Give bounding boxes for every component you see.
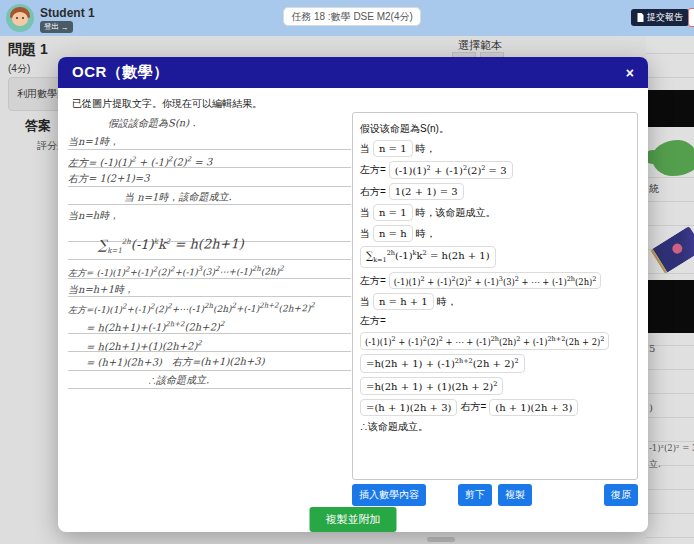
ocr-line: =(h + 1)(2h + 3) 右方= (h + 1)(2h + 3): [360, 399, 630, 416]
avatar-eye: [16, 17, 18, 19]
ocr-text: 当: [360, 142, 370, 156]
task-title-pill: 任務 18 :數學 DSE M2(4分): [283, 7, 421, 26]
modal-subtitle: 已從圖片提取文字。你現在可以編輯結果。: [58, 88, 648, 111]
logout-button[interactable]: 登出 →: [40, 21, 73, 33]
handwriting-line: 左方=(-1)(1)2+(-1)2(2)2+⋯(-1)2h(2h)2+(-1)2…: [68, 296, 351, 316]
ocr-line: 当 n = 1 時，该命題成立。: [360, 204, 630, 221]
insert-math-button[interactable]: 插入數學內容: [352, 484, 426, 506]
handwriting-line: 当n=h+1時，: [68, 278, 351, 298]
math-chip[interactable]: =(h + 1)(2h + 3): [360, 399, 457, 416]
handwriting-line: = h(2h+1)+(-1)2h+2(2h+2)2: [86, 314, 351, 334]
handwritten-image: 假設該命題為S(n)． 当n=1時， 左方= (-1)(1)2 + (-1)2(…: [68, 113, 351, 395]
document-icon: [637, 13, 644, 22]
copy-button[interactable]: 複製: [498, 484, 532, 506]
handwriting-line: 右方= 1(2+1)=3: [68, 167, 351, 187]
logout-label: 登出: [44, 22, 59, 32]
ocr-line: 当 n = 1 時，: [360, 140, 630, 157]
cut-button[interactable]: 剪下: [458, 484, 492, 506]
modal-footer: 插入數學內容 剪下 複製 復原: [352, 484, 638, 506]
logout-icon: →: [61, 23, 69, 32]
copy-append-button[interactable]: 複製並附加: [310, 507, 397, 532]
math-chip[interactable]: n = 1: [373, 140, 413, 157]
ocr-line: 当 n = h 時，: [360, 225, 630, 242]
math-chip[interactable]: n = h + 1: [373, 293, 434, 310]
math-chip[interactable]: n = h: [373, 225, 413, 242]
ocr-line: (-1)(1)2 + (-1)2(2)2 + ⋯ + (-1)2h(2h)2 +…: [360, 332, 630, 350]
math-chip[interactable]: (-1)(1)2 + (-1)2(2)2 = 3: [389, 161, 513, 179]
handwriting-line: 左方= (-1)(1)2 + (-1)2(2)2 = 3: [68, 149, 351, 169]
submit-report-button[interactable]: 提交報告: [631, 9, 689, 26]
ocr-line: 当 n = h + 1 時，: [360, 293, 630, 310]
avatar-face: [12, 12, 28, 26]
ocr-line: 右方= 1(2 + 1) = 3: [360, 183, 630, 200]
ocr-text: 左方=: [360, 314, 386, 328]
edge-button-partial[interactable]: [688, 8, 694, 27]
ocr-line: ∑k=12h(-1)kk2 = h(2h + 1): [360, 246, 630, 267]
avatar-eye: [22, 17, 24, 19]
math-chip[interactable]: (-1)(1)2 + (-1)2(2)2 + (-1)3(3)2 + ⋯ + (…: [389, 272, 602, 290]
avatar: [6, 4, 34, 32]
ocr-line: 左方= (-1)(1)2 + (-1)2(2)2 = 3: [360, 161, 630, 179]
ocr-modal: OCR（數學） × 已從圖片提取文字。你現在可以編輯結果。 假設該命題為S(n)…: [58, 57, 648, 532]
undo-button[interactable]: 復原: [604, 484, 638, 506]
horizontal-scrollbar-thumb[interactable]: [427, 537, 455, 542]
ocr-text: 当: [360, 206, 370, 220]
math-chip[interactable]: n = 1: [373, 204, 413, 221]
handwriting-line: 当n=h時，: [68, 204, 351, 224]
math-chip[interactable]: ∑k=12h(-1)kk2 = h(2h + 1): [360, 246, 496, 267]
ocr-text: 右方=: [360, 185, 386, 199]
ocr-line: ∴该命題成立。: [360, 420, 630, 434]
handwriting-line: 当 n=1時，該命題成立.: [124, 186, 351, 206]
topbar: Student 1 登出 → 任務 18 :數學 DSE M2(4分) 提交報告: [0, 0, 694, 36]
ocr-text: 時，: [416, 142, 436, 156]
ocr-line: =h(2h + 1) + (1)(2h + 2)2: [360, 377, 630, 395]
math-chip[interactable]: =h(2h + 1) + (-1)2h+2(2h + 2)2: [360, 354, 525, 372]
ocr-text: 假设该命題為S(n)。: [360, 122, 449, 136]
ocr-result-editor[interactable]: 假设该命題為S(n)。 当 n = 1 時， 左方= (-1)(1)2 + (-…: [352, 112, 638, 480]
handwriting-line: = h(2h+1)+(1)(2h+2)2: [86, 333, 351, 353]
math-chip[interactable]: =h(2h + 1) + (1)(2h + 2)2: [360, 377, 503, 395]
handwriting-line: 当n=1時，: [68, 130, 351, 150]
handwriting-line: 左方= (-1)(1)2+(-1)2(2)2+(-1)3(3)2⋯+(-1)2h…: [68, 259, 351, 279]
submit-report-label: 提交報告: [647, 11, 683, 24]
ocr-text: 左方=: [360, 163, 386, 177]
modal-header: OCR（數學） ×: [58, 57, 648, 88]
ocr-text: 左方=: [360, 274, 386, 288]
ocr-line: 左方=: [360, 314, 630, 328]
handwriting-line: ∑k=12h(-1)kk2 = h(2h+1): [98, 222, 351, 261]
ocr-text: 右方=: [460, 400, 486, 414]
ocr-text: 当: [360, 227, 370, 241]
student-name: Student 1: [40, 6, 95, 20]
math-chip[interactable]: 1(2 + 1) = 3: [389, 183, 464, 200]
ocr-line: 假设该命題為S(n)。: [360, 122, 630, 136]
math-chip[interactable]: (-1)(1)2 + (-1)2(2)2 + ⋯ + (-1)2h(2h)2 +…: [360, 332, 609, 350]
handwriting-line: = (h+1)(2h+3) 右方=(h+1)(2h+3): [86, 351, 351, 371]
ocr-line: 左方= (-1)(1)2 + (-1)2(2)2 + (-1)3(3)2 + ⋯…: [360, 272, 630, 290]
ocr-text: 時，该命題成立。: [416, 206, 496, 220]
ocr-line: =h(2h + 1) + (-1)2h+2(2h + 2)2: [360, 354, 630, 372]
ocr-text: 当: [360, 295, 370, 309]
close-icon[interactable]: ×: [626, 66, 634, 80]
math-chip[interactable]: (h + 1)(2h + 3): [489, 399, 578, 416]
ocr-text: 時，: [437, 295, 457, 309]
ocr-text: ∴该命題成立。: [360, 420, 428, 434]
clipboard-group: 剪下 複製: [458, 484, 532, 506]
ocr-text: 時，: [416, 227, 436, 241]
modal-title: OCR（數學）: [72, 63, 169, 82]
screen: 問題 1 (4分) 利用數學歸納 答案 評分狀態 選擇範本 統 5 ) -1)²…: [0, 0, 694, 544]
handwriting-line: ∴該命題成立.: [148, 370, 351, 390]
